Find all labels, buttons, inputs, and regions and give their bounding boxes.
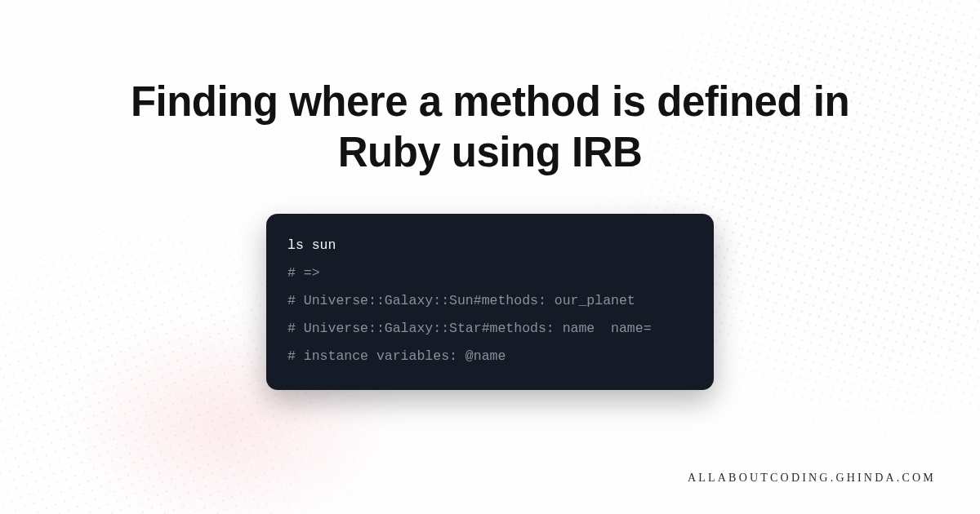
code-output-line: # Universe::Galaxy::Sun#methods: our_pla… [287,287,693,315]
code-snippet-card: ls sun # => # Universe::Galaxy::Sun#meth… [266,214,714,389]
code-output-line: # instance variables: @name [287,343,693,370]
code-output-line: # => [287,259,693,287]
code-output-line: # Universe::Galaxy::Star#methods: name n… [287,315,693,343]
code-command: ls sun [287,232,693,259]
page-title: Finding where a method is defined in Rub… [114,77,866,178]
